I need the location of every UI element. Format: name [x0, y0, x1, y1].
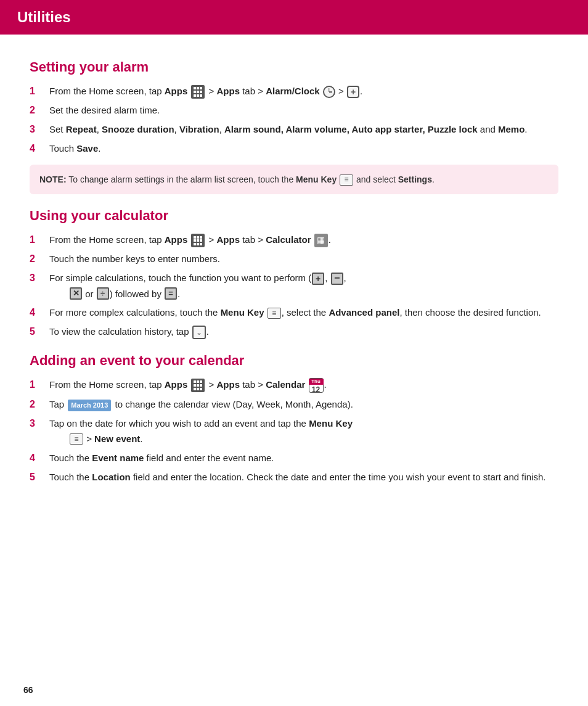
step-num: 2: [30, 252, 49, 266]
step-num: 5: [30, 470, 49, 485]
section-calculator: Using your calculator 1 From the Home sc…: [30, 208, 558, 339]
march-tag-icon: March 2013: [68, 400, 111, 411]
step-num: 3: [30, 122, 49, 137]
step-text: Tap on the date for which you wish to ad…: [49, 416, 558, 446]
cal-step-5: 5 Touch the Location field and enter the…: [30, 470, 558, 485]
step-text: To view the calculation history, tap ⌄.: [49, 324, 558, 339]
step-text: Touch the Event name field and enter the…: [49, 451, 558, 465]
calendar-steps: 1 From the Home screen, tap Apps > Apps …: [30, 377, 558, 485]
step-num: 2: [30, 397, 49, 412]
step-num: 1: [30, 232, 49, 247]
step-text: From the Home screen, tap Apps > Apps ta…: [49, 84, 558, 99]
cal-step-1: 1 From the Home screen, tap Apps > Apps …: [30, 377, 558, 393]
cal-step-4: 4 Touch the Event name field and enter t…: [30, 451, 558, 466]
calc-step-5: 5 To view the calculation history, tap ⌄…: [30, 324, 558, 339]
calc-step-2: 2 Touch the number keys to enter numbers…: [30, 252, 558, 266]
section-title-calendar: Adding an event to your calendar: [30, 353, 558, 369]
step-text: Touch the number keys to enter numbers.: [49, 252, 558, 266]
calculator-steps: 1 From the Home screen, tap Apps > Apps …: [30, 232, 558, 339]
plus-circle-icon: +: [347, 86, 359, 98]
step-num: 1: [30, 84, 49, 99]
section-title-alarm: Setting your alarm: [30, 59, 558, 75]
step-num: 3: [30, 416, 49, 431]
section-calendar: Adding an event to your calendar 1 From …: [30, 353, 558, 485]
step-text: Touch the Location field and enter the l…: [49, 470, 558, 484]
section-alarm: Setting your alarm 1 From the Home scree…: [30, 59, 558, 194]
step-text: For simple calculations, touch the funct…: [49, 271, 558, 301]
plus-btn-icon: +: [312, 273, 324, 285]
step-text: Tap March 2013 to change the calendar vi…: [49, 397, 558, 411]
alarm-step-3: 3 Set Repeat, Snooze duration, Vibration…: [30, 122, 558, 137]
calc-step-3: 3 For simple calculations, touch the fun…: [30, 271, 558, 301]
step-text: Set Repeat, Snooze duration, Vibration, …: [49, 122, 558, 136]
cal-step-3: 3 Tap on the date for which you wish to …: [30, 416, 558, 446]
alarm-step-1: 1 From the Home screen, tap Apps > Apps …: [30, 84, 558, 99]
x-btn-icon: ✕: [70, 287, 82, 300]
alarm-step-4: 4 Touch Save.: [30, 141, 558, 156]
step-text: From the Home screen, tap Apps > Apps ta…: [49, 377, 558, 393]
apps-icon: [191, 85, 205, 99]
step-text: Set the desired alarm time.: [49, 103, 558, 117]
step-text: For more complex calculations, touch the…: [49, 305, 558, 319]
page-number: 66: [23, 685, 33, 695]
div-btn-icon: ÷: [97, 287, 109, 300]
step-num: 2: [30, 103, 49, 118]
step-num: 1: [30, 377, 49, 392]
clock-icon: [323, 86, 335, 98]
chevron-down-icon: ⌄: [192, 326, 206, 339]
step-indent: > New event.: [69, 432, 558, 446]
cal-step-2: 2 Tap March 2013 to change the calendar …: [30, 397, 558, 412]
menu-key-icon: [340, 174, 353, 186]
step-num: 4: [30, 141, 49, 156]
calc-step-1: 1 From the Home screen, tap Apps > Apps …: [30, 232, 558, 247]
step-num: 4: [30, 451, 49, 466]
apps-icon: [191, 234, 205, 247]
alarm-steps: 1 From the Home screen, tap Apps > Apps …: [30, 84, 558, 156]
equals-btn-icon: =: [165, 287, 177, 300]
alarm-note-box: NOTE: To change alarm settings in the al…: [30, 165, 558, 194]
section-title-calculator: Using your calculator: [30, 208, 558, 224]
calendar-icon: Thu12: [309, 378, 324, 393]
page-title: Utilities: [17, 9, 571, 26]
step-text: Touch Save.: [49, 141, 558, 155]
apps-icon: [191, 379, 205, 392]
page-header: Utilities: [0, 0, 588, 35]
step-text: From the Home screen, tap Apps > Apps ta…: [49, 232, 558, 247]
step-num: 3: [30, 271, 49, 285]
step-num: 4: [30, 305, 49, 320]
alarm-step-2: 2 Set the desired alarm time.: [30, 103, 558, 118]
step-num: 5: [30, 324, 49, 339]
step-indent: ✕ or ÷) followed by =.: [69, 287, 558, 301]
menu-key-icon: [267, 308, 281, 319]
note-label: NOTE:: [39, 174, 67, 184]
calc-step-4: 4 For more complex calculations, touch t…: [30, 305, 558, 320]
menu-key-icon: [70, 433, 83, 445]
minus-btn-icon: −: [331, 273, 343, 285]
calculator-icon: [314, 234, 328, 247]
